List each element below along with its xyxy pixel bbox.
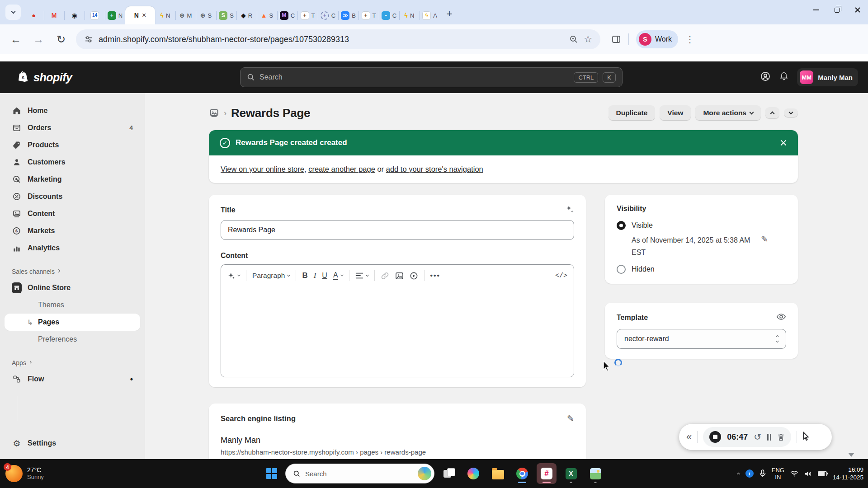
add-to-navigation-link[interactable]: add to your store's navigation (386, 165, 483, 173)
browser-tab[interactable]: ▪C (379, 6, 399, 24)
browser-tab[interactable]: +T (359, 6, 379, 24)
view-online-store-link[interactable]: View on your online store (221, 165, 304, 173)
taskbar-weather-widget[interactable]: 4 27°C Sunny (5, 465, 44, 482)
banner-close-icon[interactable] (780, 139, 787, 146)
admin-search-bar[interactable]: Search CTRL K (240, 67, 623, 87)
task-view-button[interactable] (439, 463, 459, 484)
side-panel-icon[interactable] (611, 34, 621, 44)
tray-info-icon[interactable]: i (745, 469, 754, 478)
seo-edit-pencil-icon[interactable]: ✎ (567, 413, 574, 424)
browser-tab[interactable]: ◆R (236, 6, 257, 24)
browser-tab[interactable]: +C (318, 6, 338, 24)
tab-search-button[interactable] (5, 5, 21, 20)
paragraph-style-button[interactable]: Paragraph (252, 272, 290, 280)
duplicate-button[interactable]: Duplicate (609, 105, 656, 121)
browser-tab[interactable]: ⊕M (175, 6, 196, 24)
browser-tab[interactable]: +T (297, 6, 318, 24)
hidden-radio-row[interactable]: Hidden (617, 265, 786, 274)
browser-tab[interactable]: M (44, 6, 64, 24)
slack-taskbar-button[interactable]: # (537, 463, 557, 484)
tab-close-icon[interactable]: × (142, 11, 146, 19)
minimize-button[interactable] (806, 0, 826, 20)
bold-button[interactable]: B (302, 271, 307, 280)
alignment-button[interactable] (355, 272, 368, 279)
ai-sparkle-icon[interactable] (565, 205, 574, 216)
cursor-tool-icon[interactable] (802, 432, 811, 443)
link-button[interactable] (381, 272, 389, 280)
more-formatting-button[interactable]: ••• (430, 272, 440, 280)
text-color-button[interactable]: A (333, 272, 343, 280)
visible-radio-row[interactable]: Visible (617, 221, 786, 230)
browser-tab[interactable]: SS (216, 6, 236, 24)
back-button[interactable]: ← (8, 33, 24, 46)
restore-button[interactable] (826, 0, 847, 20)
sidebar-item-markets[interactable]: $ Markets (0, 222, 145, 239)
restart-recording-icon[interactable]: ↺ (754, 432, 761, 442)
stop-recording-button[interactable] (709, 431, 721, 443)
sidebar-item-themes[interactable]: Themes (0, 296, 145, 314)
apps-header[interactable]: Apps (0, 355, 145, 371)
pause-recording-icon[interactable] (767, 434, 771, 441)
sidebar-item-analytics[interactable]: Analytics (0, 239, 145, 257)
taskbar-search[interactable]: Search (285, 464, 434, 483)
hidden-icons-chevron[interactable] (737, 473, 740, 476)
notifications-bell-icon[interactable] (779, 71, 789, 84)
hidden-radio[interactable] (617, 265, 626, 274)
browser-tab-active[interactable]: N× (125, 6, 155, 24)
show-html-button[interactable]: </> (555, 272, 567, 280)
sidebar-item-flow[interactable]: Flow • (0, 371, 145, 388)
url-text[interactable]: admin.shopify.com/store/shubham-nector-s… (99, 35, 564, 44)
wifi-icon[interactable] (790, 470, 798, 477)
view-button[interactable]: View (660, 105, 691, 121)
forward-button[interactable]: → (31, 33, 46, 46)
browser-tab[interactable]: 14 (85, 6, 105, 24)
shopify-logo[interactable]: S shopify (18, 71, 72, 84)
store-account-chip[interactable]: MM Manly Man (797, 68, 858, 86)
microphone-icon[interactable] (760, 469, 766, 478)
volume-icon[interactable] (804, 470, 812, 477)
omnibox[interactable]: admin.shopify.com/store/shubham-nector-s… (76, 29, 600, 49)
zoom-out-icon[interactable] (569, 35, 578, 44)
browser-tab[interactable]: MC (277, 6, 297, 24)
browser-tab[interactable]: ⊕S (196, 6, 216, 24)
ai-assist-button[interactable] (227, 272, 240, 280)
browser-tab[interactable]: ● (24, 6, 44, 24)
bookmark-star-icon[interactable]: ☆ (584, 34, 592, 45)
sidebar-item-orders[interactable]: Orders 4 (0, 119, 145, 136)
pages-breadcrumb-icon[interactable] (209, 108, 219, 118)
browser-tab[interactable]: +N (105, 6, 125, 24)
visibility-edit-pencil-icon[interactable]: ✎ (761, 234, 768, 258)
site-settings-icon[interactable] (84, 35, 93, 44)
sidebar-item-content[interactable]: Content (0, 205, 145, 222)
excel-taskbar-button[interactable]: X (561, 463, 581, 484)
copilot-button[interactable] (463, 463, 483, 484)
collapse-icon[interactable]: « (686, 431, 692, 443)
browser-tab[interactable]: ϟN (155, 6, 175, 24)
new-tab-button[interactable]: + (443, 7, 456, 21)
chrome-taskbar-button[interactable] (512, 463, 532, 484)
insert-video-button[interactable] (410, 272, 418, 280)
browser-tab[interactable]: ◉ (64, 6, 85, 24)
sales-channels-header[interactable]: Sales channels (0, 264, 145, 279)
browser-tab[interactable]: ϟA (420, 6, 440, 24)
create-another-page-link[interactable]: create another page (308, 165, 375, 173)
battery-icon[interactable] (818, 471, 827, 476)
sidebar-item-pages[interactable]: ↳ Pages (5, 314, 140, 331)
file-explorer-button[interactable] (488, 463, 508, 484)
editor-content-area[interactable] (221, 286, 574, 377)
eye-icon[interactable] (776, 313, 786, 323)
sidebar-item-customers[interactable]: Customers (0, 154, 145, 171)
sidebar-item-discounts[interactable]: Discounts (0, 188, 145, 205)
taskbar-clock[interactable]: 16:09 14-11-2025 (833, 466, 863, 481)
browser-tab[interactable]: ϟN (399, 6, 420, 24)
italic-button[interactable]: I (314, 271, 316, 280)
assistant-icon[interactable] (760, 71, 771, 84)
browser-tab[interactable]: ≫B (338, 6, 359, 24)
sidebar-item-home[interactable]: Home (0, 102, 145, 119)
insert-image-button[interactable] (395, 272, 404, 280)
reload-button[interactable]: ↻ (53, 33, 69, 46)
browser-tab[interactable]: ▲S (257, 6, 277, 24)
start-button[interactable] (263, 465, 281, 483)
sidebar-item-online-store[interactable]: Online Store (0, 279, 145, 296)
browser-menu-icon[interactable]: ⋮ (685, 34, 694, 45)
